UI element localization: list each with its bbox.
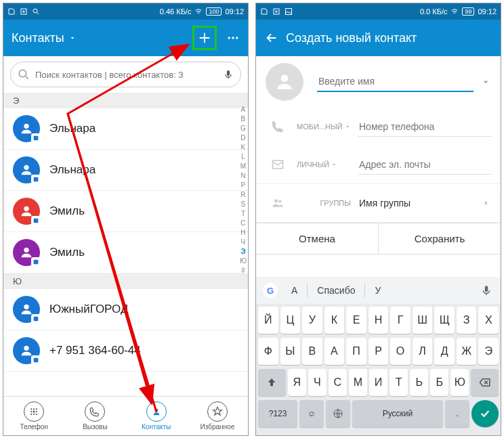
email-type-dropdown[interactable]: ЛИЧНЫЙ (297, 160, 351, 169)
shift-key[interactable] (258, 369, 286, 396)
key[interactable]: М (349, 369, 367, 396)
key[interactable]: Я (288, 369, 306, 396)
sim-icon (7, 7, 16, 16)
sim-icon (260, 7, 268, 16)
key[interactable]: У (302, 307, 322, 334)
svg-rect-17 (34, 317, 39, 322)
svg-point-23 (36, 408, 37, 410)
key[interactable]: Н (369, 307, 389, 334)
key[interactable]: Л (413, 338, 433, 365)
key[interactable]: Ы (280, 338, 301, 365)
suggestion[interactable]: Спасибо (309, 281, 363, 300)
nav-phone[interactable]: Телефон (3, 397, 64, 435)
chevron-down-icon (68, 34, 77, 42)
phone-type-dropdown[interactable]: МОБИ...НЫЙ (297, 123, 351, 131)
svg-rect-32 (286, 9, 292, 15)
app-title-dropdown[interactable]: Контакты (12, 31, 77, 45)
contact-name: Эмиль (49, 246, 85, 259)
back-icon[interactable] (264, 30, 279, 45)
numeric-key[interactable]: ?123 (258, 400, 297, 427)
key[interactable]: Й (258, 307, 278, 334)
alpha-index[interactable]: ABGDKLMNPRSTCHЧЭЮ# (240, 105, 247, 276)
sim2-icon (272, 7, 280, 16)
avatar (13, 115, 40, 142)
globe-key[interactable] (326, 400, 350, 427)
mic-icon[interactable] (223, 69, 234, 80)
suggestion[interactable]: У (366, 281, 389, 300)
key[interactable]: И (369, 369, 387, 396)
svg-point-12 (24, 206, 28, 211)
key[interactable]: Р (369, 338, 389, 365)
key[interactable]: Ж (457, 338, 477, 365)
group-row: ГРУППЫ Имя группы (256, 183, 501, 223)
key[interactable]: П (346, 338, 366, 365)
key[interactable]: Ш (413, 307, 433, 334)
key[interactable]: Т (390, 369, 408, 396)
contact-item[interactable]: Эльнара (3, 108, 248, 150)
mic-icon[interactable] (480, 284, 492, 296)
period-key[interactable]: . (445, 400, 469, 427)
svg-point-29 (154, 409, 158, 412)
svg-rect-13 (34, 219, 39, 223)
contact-item[interactable]: +7 951 364-60-44 (3, 330, 248, 372)
key[interactable]: Ц (280, 307, 301, 334)
wifi-icon (450, 7, 459, 16)
chevron-down-icon[interactable] (480, 76, 491, 87)
key[interactable]: А (324, 338, 345, 365)
key[interactable]: Ч (308, 369, 327, 396)
key[interactable]: С (329, 369, 347, 396)
backspace-key[interactable] (471, 369, 499, 396)
contact-item[interactable]: ЮжныйГОРОД (3, 289, 248, 330)
nav-contacts[interactable]: Контакты (126, 397, 187, 435)
enter-key[interactable] (471, 400, 499, 427)
action-bar: Отмена Сохранить (256, 223, 501, 255)
key[interactable]: О (390, 338, 411, 365)
key[interactable]: Ь (410, 369, 428, 396)
phone-input[interactable] (358, 117, 491, 137)
nav-calls[interactable]: Вызовы (64, 397, 125, 435)
svg-point-22 (33, 408, 35, 410)
save-button[interactable]: Сохранить (379, 223, 501, 254)
contact-item[interactable]: Эльнара (3, 150, 248, 191)
key[interactable]: Э (478, 338, 499, 365)
key[interactable]: Б (430, 369, 448, 396)
handset-icon (271, 120, 285, 133)
key[interactable]: Ю (450, 369, 469, 396)
svg-point-25 (36, 411, 37, 412)
contact-item[interactable]: Эмиль (3, 191, 248, 232)
key[interactable]: Х (478, 307, 499, 334)
name-row (256, 56, 501, 108)
name-input[interactable] (317, 72, 474, 92)
email-row: ЛИЧНЫЙ (256, 146, 501, 183)
svg-point-1 (23, 11, 25, 13)
plus-icon (197, 30, 212, 45)
avatar-placeholder[interactable] (266, 63, 303, 101)
space-key[interactable]: Русский (352, 400, 443, 427)
people-icon (271, 196, 285, 210)
add-contact-button[interactable] (192, 26, 217, 50)
avatar (13, 239, 40, 266)
google-icon[interactable]: G (263, 283, 278, 298)
contact-item[interactable]: Эмиль (3, 232, 248, 273)
more-icon[interactable] (226, 31, 240, 45)
chevron-right-icon[interactable] (482, 198, 491, 208)
key[interactable]: Г (390, 307, 411, 334)
cancel-button[interactable]: Отмена (256, 223, 379, 254)
suggestion[interactable]: А (283, 281, 306, 300)
email-input[interactable] (358, 155, 491, 175)
key[interactable]: Ф (258, 338, 278, 365)
key[interactable]: Щ (434, 307, 455, 334)
nav-fav[interactable]: Избранное (187, 397, 248, 435)
search-input[interactable] (35, 70, 217, 80)
key[interactable]: Д (434, 338, 455, 365)
key[interactable]: З (457, 307, 477, 334)
search-bar[interactable] (10, 62, 241, 87)
phone-row: МОБИ...НЫЙ (256, 108, 501, 146)
svg-rect-9 (34, 136, 39, 141)
group-value[interactable]: Имя группы (358, 194, 475, 213)
phone-icon (24, 401, 44, 422)
key[interactable]: К (324, 307, 345, 334)
key[interactable]: Е (346, 307, 366, 334)
emoji-key[interactable]: ☺ (299, 400, 324, 427)
key[interactable]: В (302, 338, 322, 365)
